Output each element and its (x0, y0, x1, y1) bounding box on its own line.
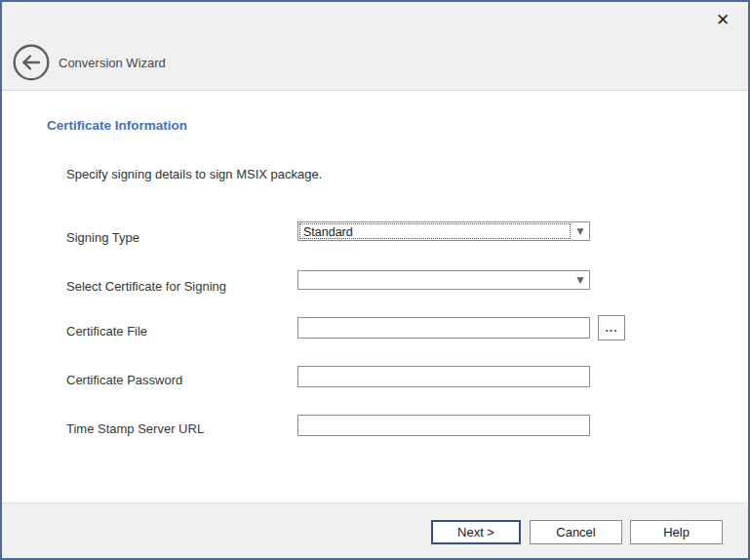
next-button[interactable]: Next > (431, 520, 521, 544)
certificate-select-label: Select Certificate for Signing (66, 279, 226, 294)
back-button[interactable] (13, 44, 50, 81)
chevron-down-icon: ▼ (572, 222, 589, 240)
certificate-select-dropdown[interactable]: ▼ (297, 270, 590, 290)
timestamp-url-label: Time Stamp Server URL (66, 421, 204, 436)
close-icon[interactable]: ✕ (709, 6, 736, 33)
timestamp-url-input[interactable] (297, 415, 590, 436)
signing-type-dropdown[interactable]: Standard ▼ (297, 221, 590, 241)
certificate-file-input[interactable] (297, 317, 590, 339)
browse-button[interactable]: ... (598, 315, 625, 340)
conversion-wizard-dialog: ✕ Conversion Wizard Certificate Informat… (0, 0, 750, 560)
certificate-select-value (299, 272, 571, 288)
help-button[interactable]: Help (630, 520, 723, 544)
cancel-button[interactable]: Cancel (530, 520, 622, 544)
page-title: Certificate Information (47, 118, 187, 133)
page-description: Specify signing details to sign MSIX pac… (66, 167, 322, 181)
signing-type-value: Standard (299, 223, 571, 239)
wizard-title: Conversion Wizard (59, 56, 166, 70)
certificate-password-label: Certificate Password (66, 373, 182, 387)
arrow-left-circle-icon (13, 69, 50, 84)
signing-type-label: Signing Type (66, 230, 139, 245)
certificate-file-label: Certificate File (66, 324, 147, 339)
certificate-password-input[interactable] (297, 366, 590, 387)
chevron-down-icon: ▼ (572, 271, 589, 289)
wizard-header: ✕ Conversion Wizard (2, 2, 748, 91)
